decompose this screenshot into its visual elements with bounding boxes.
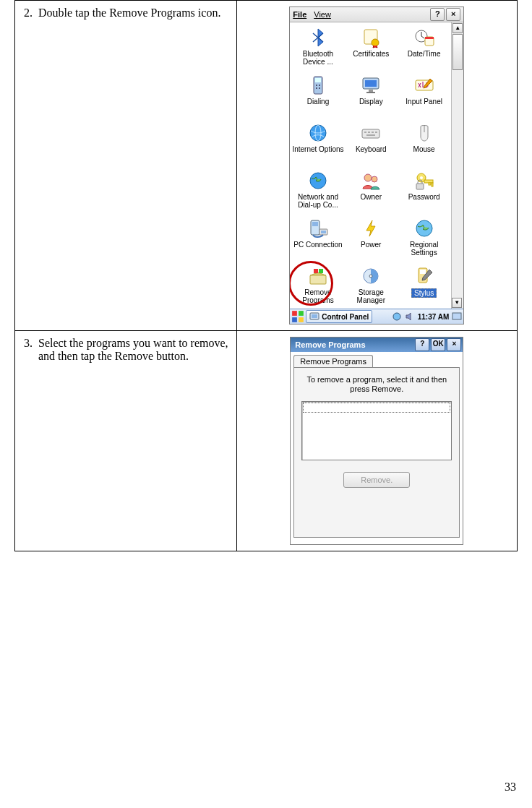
svg-rect-14	[366, 92, 375, 93]
tab-remove-programs[interactable]: Remove Programs	[293, 355, 373, 367]
svg-rect-18	[362, 129, 379, 138]
programs-listbox[interactable]	[301, 401, 452, 460]
menu-file[interactable]: File	[293, 10, 306, 19]
control-panel-item-label: Internet Options	[292, 145, 343, 153]
step3-screenshot-cell: Remove Programs ? OK × Remove Programs T…	[236, 331, 517, 551]
menu-view[interactable]: View	[314, 10, 331, 19]
taskbar-clock[interactable]: 11:37 AM	[418, 313, 450, 321]
svg-point-8	[319, 85, 320, 86]
tab-panel: To remove a program, select it and then …	[293, 367, 460, 538]
svg-rect-31	[432, 183, 433, 186]
step3-text: Select the programs you want to remove, …	[35, 337, 232, 363]
display-icon	[360, 74, 382, 96]
mouse-icon	[413, 122, 435, 144]
svg-point-57	[393, 313, 400, 320]
menu-bar: File View ? ×	[290, 7, 463, 22]
control-panel-item[interactable]: Stylus	[398, 265, 450, 307]
inputpanel-icon	[413, 74, 435, 96]
control-panel-item-label: Certificates	[353, 50, 389, 58]
svg-rect-29	[424, 180, 433, 183]
remove-button[interactable]: Remove.	[343, 472, 410, 488]
control-panel-item-label: Storage Manager	[345, 288, 398, 304]
tray-desktop-icon[interactable]	[452, 311, 462, 322]
control-panel-item[interactable]: Keyboard	[345, 122, 398, 164]
pc-connection-icon	[307, 218, 329, 239]
control-panel-item[interactable]: Certificates	[345, 27, 398, 69]
step3-text-cell: Select the programs you want to remove, …	[15, 331, 237, 551]
control-panel-taskbar-icon	[309, 311, 319, 322]
control-panel-item[interactable]: PC Connection	[291, 218, 344, 259]
dialog-titlebar: Remove Programs ? OK ×	[291, 338, 463, 352]
svg-rect-42	[314, 269, 318, 273]
control-panel-item-label: Network and Dial-up Co...	[291, 193, 344, 209]
control-panel-item[interactable]: Storage Manager	[345, 265, 398, 307]
taskbar-button-label: Control Panel	[322, 313, 369, 321]
svg-rect-56	[312, 314, 317, 318]
dialog-close-button[interactable]: ×	[447, 338, 461, 351]
tray-volume-icon[interactable]	[405, 311, 415, 322]
control-panel-item-label: Owner	[361, 193, 382, 201]
svg-rect-47	[420, 270, 426, 274]
control-panel-item[interactable]: Dialing	[291, 74, 344, 116]
certificates-icon	[360, 27, 382, 48]
dialog-title: Remove Programs	[295, 340, 365, 349]
svg-point-26	[372, 176, 377, 182]
control-panel-item-label: Keyboard	[356, 145, 387, 153]
control-panel-item[interactable]: Mouse	[398, 122, 450, 164]
svg-rect-4	[425, 37, 434, 39]
scroll-down-arrow-icon[interactable]: ▼	[452, 298, 462, 308]
control-panel-item[interactable]: Input Panel	[398, 74, 450, 116]
control-panel-item[interactable]: Bluetooth Device ...	[291, 27, 344, 69]
control-panel-item-label: Power	[361, 241, 381, 249]
svg-rect-34	[312, 222, 318, 226]
svg-rect-43	[319, 269, 323, 273]
help-button[interactable]: ?	[430, 8, 445, 21]
svg-rect-53	[292, 317, 297, 322]
dialog-help-button[interactable]: ?	[415, 338, 429, 351]
control-panel-item[interactable]: Regional Settings	[398, 218, 450, 259]
svg-rect-6	[315, 78, 321, 82]
owner-icon	[360, 170, 382, 192]
svg-rect-12	[365, 80, 377, 87]
svg-rect-32	[416, 184, 424, 189]
svg-rect-36	[321, 231, 326, 233]
control-panel-item-label: Dialing	[307, 98, 330, 106]
svg-rect-21	[372, 132, 374, 133]
control-panel-item-label: Remove Programs	[291, 288, 344, 304]
taskbar-control-panel-button[interactable]: Control Panel	[306, 310, 372, 323]
control-panel-item-label: PC Connection	[293, 241, 342, 249]
control-panel-item-label: Regional Settings	[398, 241, 450, 257]
close-button[interactable]: ×	[446, 8, 460, 21]
control-panel-item[interactable]: Power	[345, 218, 398, 259]
start-button-icon[interactable]	[291, 311, 304, 322]
svg-rect-23	[366, 134, 375, 136]
svg-rect-51	[292, 311, 297, 316]
control-panel-item[interactable]: Internet Options	[291, 122, 344, 164]
keyboard-icon	[360, 122, 382, 144]
svg-point-1	[372, 39, 379, 46]
control-panel-item[interactable]: Display	[345, 74, 398, 116]
control-panel-item[interactable]: Owner	[345, 170, 398, 212]
control-panel-grid: Bluetooth Device ...CertificatesDate/Tim…	[290, 22, 452, 309]
control-panel-item[interactable]: Date/Time	[398, 27, 450, 69]
listbox-selection[interactable]	[303, 403, 450, 413]
dialog-ok-button[interactable]: OK	[431, 338, 445, 351]
svg-rect-38	[310, 275, 326, 284]
svg-rect-20	[368, 132, 370, 133]
step2-text: Double tap the Remove Programs icon.	[35, 7, 232, 20]
scroll-up-arrow-icon[interactable]: ▲	[452, 23, 463, 33]
dialing-icon	[307, 74, 329, 96]
scroll-thumb[interactable]	[452, 34, 463, 70]
network-icon	[307, 170, 329, 192]
vertical-scrollbar[interactable]: ▲ ▼	[451, 22, 463, 309]
control-panel-item-label: Input Panel	[406, 98, 442, 106]
control-panel-item[interactable]: Network and Dial-up Co...	[291, 170, 344, 212]
instruction-table: Double tap the Remove Programs icon. Fil…	[14, 0, 518, 551]
page-number: 33	[505, 781, 516, 794]
svg-point-7	[316, 85, 317, 86]
control-panel-item[interactable]: Remove Programs	[291, 265, 344, 307]
tab-strip: Remove Programs	[291, 352, 463, 367]
control-panel-item[interactable]: Password	[398, 170, 450, 212]
tray-network-icon[interactable]	[392, 311, 402, 322]
svg-point-10	[319, 87, 320, 89]
